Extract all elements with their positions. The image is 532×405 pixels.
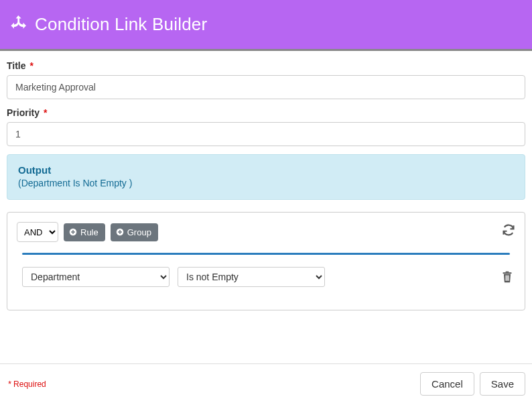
- svg-rect-7: [506, 272, 509, 273]
- required-note: *Required: [8, 379, 46, 389]
- priority-input[interactable]: [7, 122, 525, 146]
- cancel-button[interactable]: Cancel: [420, 372, 474, 396]
- refresh-icon[interactable]: [502, 223, 515, 237]
- logic-operator-select[interactable]: AND: [17, 222, 58, 242]
- svg-rect-6: [503, 272, 511, 274]
- rule-row: Department Is not Empty: [17, 267, 515, 287]
- modal-title: Condition Link Builder: [35, 14, 207, 35]
- condition-builder: AND Rule Group Department I: [7, 212, 525, 310]
- plus-circle-icon: [69, 228, 77, 236]
- svg-rect-5: [118, 231, 122, 233]
- trash-icon[interactable]: [501, 270, 514, 284]
- output-expression: (Department Is Not Empty ): [18, 178, 514, 188]
- rule-field-select[interactable]: Department: [22, 267, 170, 287]
- builder-divider: [22, 253, 510, 255]
- title-input[interactable]: [7, 75, 525, 99]
- modal-footer: *Required Cancel Save: [0, 363, 532, 405]
- priority-label: Priority *: [7, 107, 47, 118]
- rule-operator-select[interactable]: Is not Empty: [178, 267, 325, 287]
- svg-rect-9: [507, 276, 507, 281]
- add-group-button[interactable]: Group: [111, 223, 158, 241]
- save-button[interactable]: Save: [480, 372, 525, 396]
- plus-circle-icon: [116, 228, 124, 236]
- title-label: Title *: [7, 60, 34, 71]
- output-heading: Output: [18, 164, 514, 176]
- modal-header: Condition Link Builder: [0, 0, 532, 51]
- svg-rect-8: [506, 276, 507, 281]
- svg-rect-2: [71, 231, 75, 233]
- branch-icon: [11, 15, 27, 34]
- svg-rect-10: [508, 276, 509, 281]
- add-rule-button[interactable]: Rule: [64, 223, 105, 241]
- output-banner: Output (Department Is Not Empty ): [7, 154, 525, 200]
